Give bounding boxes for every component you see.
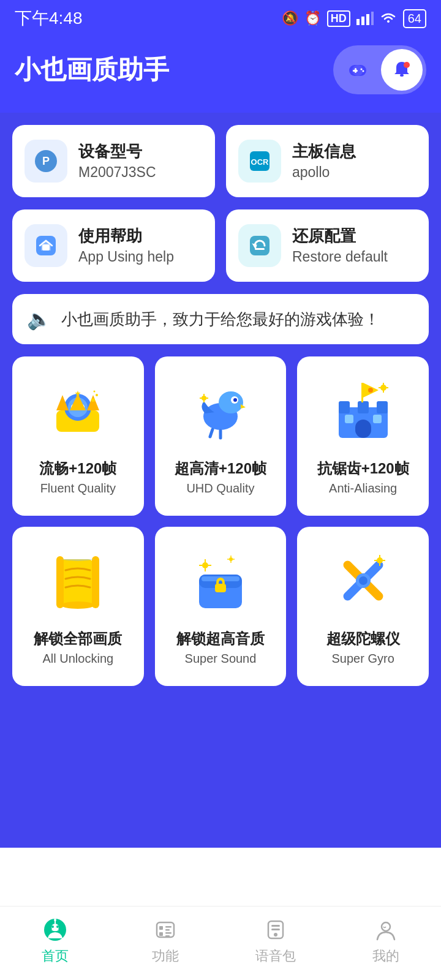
- svg-point-88: [51, 925, 54, 928]
- svg-rect-3: [371, 12, 374, 25]
- nav-home[interactable]: 首页: [18, 918, 92, 965]
- svg-rect-51: [361, 383, 363, 402]
- device-value: M2007J3SC: [78, 164, 156, 181]
- svg-point-91: [54, 919, 56, 921]
- super-gyro-label-en: Super Gyro: [332, 652, 394, 666]
- motherboard-label: 主板信息: [292, 141, 356, 162]
- voice-pack-icon: [263, 918, 288, 942]
- svg-point-38: [233, 398, 237, 402]
- unlock-all-label-en: All Unlocking: [43, 652, 114, 666]
- svg-rect-96: [159, 932, 163, 936]
- svg-point-81: [377, 557, 383, 564]
- feature-super-sound[interactable]: 解锁超高音质 Super Sound: [155, 527, 287, 686]
- svg-rect-18: [250, 236, 270, 255]
- uhd-icon: [184, 374, 257, 447]
- svg-rect-47: [377, 401, 388, 413]
- restore-icon: [238, 224, 281, 267]
- svg-rect-10: [400, 74, 404, 77]
- svg-rect-2: [366, 14, 369, 25]
- app-title: 小也画质助手: [15, 53, 169, 87]
- nav-features-label: 功能: [152, 947, 179, 965]
- wifi-icon: [380, 12, 397, 25]
- uhd-label-cn: 超高清+120帧: [175, 458, 266, 479]
- svg-point-72: [229, 557, 233, 561]
- nav-voice-pack[interactable]: 语音包: [239, 918, 312, 965]
- game-button[interactable]: [337, 49, 379, 91]
- svg-text:OCR: OCR: [251, 157, 270, 167]
- help-value: App Using help: [78, 249, 174, 265]
- banner: 🔈 小也画质助手，致力于给您最好的游戏体验！: [12, 294, 429, 344]
- anti-aliasing-icon: [326, 374, 400, 447]
- svg-point-53: [368, 388, 373, 393]
- svg-rect-97: [165, 932, 172, 934]
- status-bar: 下午4:48 🔕 ⏰ HD 64: [0, 0, 441, 34]
- svg-rect-93: [159, 926, 163, 930]
- svg-point-8: [361, 69, 363, 70]
- profile-icon: [374, 918, 398, 942]
- restore-value: Restore default: [292, 249, 388, 265]
- nav-home-label: 首页: [42, 947, 69, 965]
- header: 小也画质助手: [0, 34, 441, 113]
- svg-point-102: [274, 933, 277, 937]
- device-info-row: P 设备型号 M2007J3SC OCR 主板信息 apollo: [12, 125, 429, 197]
- unlock-all-label-cn: 解锁全部画质: [34, 628, 122, 649]
- svg-point-9: [363, 70, 364, 72]
- svg-rect-50: [373, 415, 382, 423]
- svg-point-67: [202, 562, 208, 568]
- svg-rect-66: [215, 584, 226, 592]
- feature-fluent[interactable]: 流畅+120帧 Fluent Quality: [12, 356, 144, 516]
- motherboard-icon: OCR: [238, 140, 281, 183]
- unlock-all-icon: [41, 544, 115, 617]
- header-action-buttons: [333, 45, 426, 94]
- svg-rect-61: [92, 556, 99, 608]
- svg-rect-101: [271, 929, 280, 930]
- notification-button[interactable]: [381, 49, 423, 91]
- svg-point-39: [202, 396, 206, 401]
- home-icon: [43, 918, 67, 942]
- nav-voice-pack-label: 语音包: [255, 947, 296, 965]
- svg-point-54: [380, 385, 386, 391]
- restore-card[interactable]: 还原配置 Restore default: [226, 209, 429, 282]
- device-label: 设备型号: [78, 141, 156, 162]
- super-sound-icon: [184, 544, 257, 617]
- status-time: 下午4:48: [15, 7, 83, 30]
- svg-rect-59: [59, 559, 93, 605]
- nav-profile[interactable]: 我的: [349, 918, 423, 965]
- svg-point-34: [94, 391, 96, 393]
- super-gyro-label-cn: 超级陀螺仪: [326, 628, 400, 649]
- svg-rect-98: [165, 935, 170, 937]
- super-sound-label-cn: 解锁超高音质: [176, 628, 265, 649]
- motherboard-card[interactable]: OCR 主板信息 apollo: [226, 125, 429, 197]
- nav-features[interactable]: 功能: [129, 918, 202, 965]
- motherboard-value: apollo: [292, 164, 356, 181]
- svg-rect-7: [355, 68, 356, 73]
- svg-point-89: [56, 925, 59, 928]
- svg-rect-1: [361, 17, 364, 25]
- restore-label: 还原配置: [292, 226, 388, 247]
- feature-grid: 流畅+120帧 Fluent Quality: [12, 356, 429, 686]
- feature-anti-aliasing[interactable]: 抗锯齿+120帧 Anti-Aliasing: [297, 356, 429, 516]
- svg-rect-0: [356, 19, 360, 25]
- device-model-card[interactable]: P 设备型号 M2007J3SC: [12, 125, 215, 197]
- super-gyro-icon: [326, 544, 400, 617]
- help-icon: [24, 224, 67, 267]
- svg-text:P: P: [42, 155, 50, 167]
- fluent-label-en: Fluent Quality: [40, 481, 116, 496]
- help-card[interactable]: 使用帮助 App Using help: [12, 209, 215, 282]
- help-restore-row: 使用帮助 App Using help 还原配置 Restore default: [12, 209, 429, 282]
- battery-icon: 64: [403, 9, 426, 28]
- feature-uhd[interactable]: 超高清+120帧 UHD Quality: [155, 356, 287, 516]
- svg-point-32: [91, 398, 95, 402]
- main-content: P 设备型号 M2007J3SC OCR 主板信息 apollo: [0, 113, 441, 848]
- svg-point-36: [219, 391, 243, 413]
- svg-rect-17: [42, 244, 50, 251]
- status-icons: 🔕 ⏰ HD 64: [282, 9, 426, 28]
- svg-rect-49: [345, 415, 353, 423]
- svg-point-62: [61, 601, 94, 609]
- super-sound-label-en: Super Sound: [185, 652, 257, 666]
- feature-unlock-all[interactable]: 解锁全部画质 All Unlocking: [12, 527, 144, 686]
- hd-icon: HD: [327, 10, 350, 27]
- banner-text: 小也画质助手，致力于给您最好的游戏体验！: [61, 309, 380, 330]
- feature-super-gyro[interactable]: 超级陀螺仪 Super Gyro: [297, 527, 429, 686]
- svg-rect-94: [165, 926, 172, 928]
